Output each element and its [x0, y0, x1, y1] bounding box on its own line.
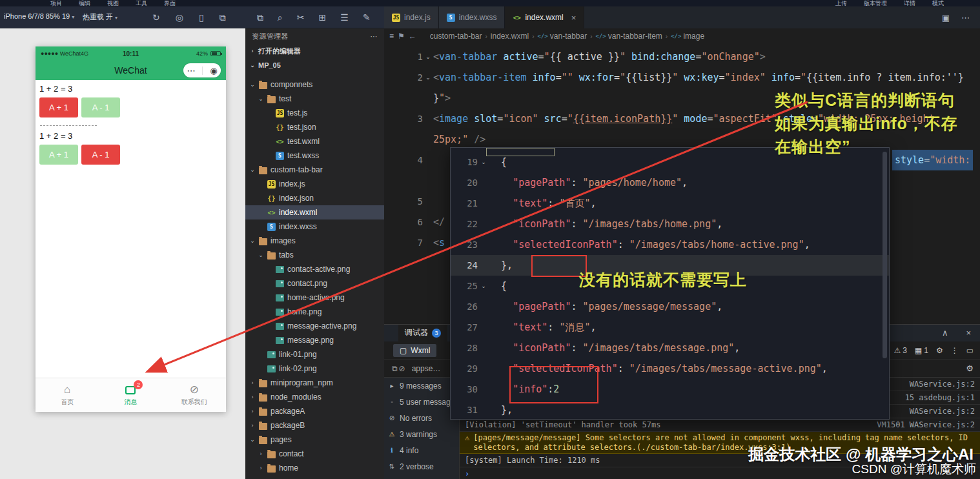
tree-item-link-02.png[interactable]: link-02.png — [245, 362, 384, 376]
tab-wxml[interactable]: ▢ Wxml — [393, 344, 436, 357]
fold-icon: ⌄ — [423, 74, 433, 81]
compile-icon[interactable]: ◎ — [176, 11, 183, 24]
clear-icon[interactable]: ⊘ — [399, 364, 405, 373]
menu-item[interactable]: 模式 — [932, 0, 944, 6]
breadcrumb-item[interactable]: index.wxml — [491, 32, 529, 41]
tree-item-message.png[interactable]: message.png — [245, 333, 384, 347]
tree-item-packageB[interactable]: ›packageB — [245, 418, 384, 433]
editor-tab-index.wxml[interactable]: <>index.wxml× — [505, 6, 584, 28]
capsule-target-icon[interactable]: ◉ — [210, 66, 217, 76]
tree-item-test.js[interactable]: JStest.js — [245, 106, 384, 120]
dock-icon[interactable]: ⧉ — [392, 364, 398, 373]
console-filter-user[interactable]: ◦5 user messages — [384, 394, 459, 410]
tree-item-test.json[interactable]: {}test.json — [245, 120, 384, 134]
menu-item[interactable]: 界面 — [164, 0, 176, 6]
tree-item-images[interactable]: ⌄images — [245, 234, 384, 248]
tree-item-home.png[interactable]: home.png — [245, 305, 384, 319]
outline-icon[interactable]: ≡ — [389, 32, 394, 41]
tree-item-index.json[interactable]: {}index.json — [245, 191, 384, 205]
refresh-icon[interactable]: ↻ — [152, 11, 160, 24]
tree-item-home-active.png[interactable]: home-active.png — [245, 290, 384, 305]
capsule-menu[interactable]: ⋯◉ — [183, 63, 221, 77]
grid-icon[interactable]: ⊞ — [319, 11, 327, 24]
gear-icon[interactable]: ⚙ — [966, 363, 974, 373]
tabbar-item-message[interactable]: 2消息 — [99, 378, 162, 412]
tree-item-pages[interactable]: ⌄pages — [245, 433, 384, 447]
mini-button[interactable]: A - 1 — [81, 145, 120, 165]
cut-icon[interactable]: ✂ — [297, 11, 305, 24]
open-editors-section[interactable]: ›打开的编辑器 — [245, 44, 384, 58]
tree-item-contact[interactable]: ›contact — [245, 447, 384, 461]
tabbar-item-home[interactable]: ⌂首页 — [36, 378, 99, 412]
hot-reload-toggle[interactable]: 热重载 开▾ — [83, 12, 117, 22]
breadcrumb-item[interactable]: </>van-tabbar — [538, 32, 587, 41]
breadcrumb-item[interactable]: </>image — [671, 32, 704, 41]
console-filter-warn[interactable]: ⚠3 warnings — [384, 426, 459, 442]
phone-icon[interactable]: ▯ — [199, 11, 204, 24]
list-icon[interactable]: ☰ — [340, 11, 349, 24]
source-link[interactable]: WAService.js:2 — [902, 380, 975, 389]
breadcrumb-item[interactable]: </>van-tabbar-item — [596, 32, 662, 41]
close-tab-icon[interactable]: × — [571, 13, 577, 23]
bookmark-icon[interactable]: ⚑ — [398, 32, 405, 41]
tree-item-contact.png[interactable]: contact.png — [245, 276, 384, 290]
source-link[interactable]: 15 asdebug.js:1 — [897, 393, 975, 402]
tree-item-contact-active.png[interactable]: contact-active.png — [245, 262, 384, 276]
breadcrumb-item[interactable]: custom-tab-bar — [430, 32, 482, 41]
files-icon[interactable]: ⧉ — [257, 11, 263, 24]
mini-button[interactable]: A + 1 — [39, 97, 78, 117]
menu-item[interactable]: 版本管理 — [864, 0, 887, 6]
more-icon[interactable]: ⋯ — [187, 66, 195, 76]
mini-button[interactable]: A - 1 — [81, 97, 120, 117]
tree-item-home[interactable]: ›home — [245, 461, 384, 475]
tree-item-packageA[interactable]: ›packageA — [245, 404, 384, 418]
tree-item-test.wxss[interactable]: Stest.wxss — [245, 148, 384, 163]
gear-icon[interactable]: ⚙ — [936, 346, 943, 355]
brush-icon[interactable]: ✎ — [363, 11, 371, 24]
kebab-icon[interactable]: ⋮ — [951, 346, 959, 355]
more-icon[interactable]: ⋯ — [961, 13, 970, 23]
tabbar-item-contact[interactable]: ⊘联系我们 — [163, 378, 226, 412]
panel-icon[interactable]: ▣ — [942, 13, 950, 23]
tree-item-message-active.png[interactable]: message-active.png — [245, 319, 384, 333]
context-dropdown[interactable]: appservice — [412, 364, 442, 373]
source-link[interactable]: WAService.js:2 — [902, 407, 975, 416]
mini-button[interactable]: A + 1 — [39, 145, 78, 165]
tree-item-test.wxml[interactable]: <>test.wxml — [245, 134, 384, 148]
source-link[interactable]: VM1501 WAService.js:2 — [869, 420, 975, 429]
collapse-panel-icon[interactable]: ∧ — [942, 328, 948, 338]
project-section[interactable]: ⌄MP_05 — [245, 58, 384, 72]
tree-item-miniprogram_npm[interactable]: ›miniprogram_npm — [245, 376, 384, 390]
console-filter-verbose[interactable]: ⇅2 verbose — [384, 458, 459, 474]
menu-item[interactable]: 项目 — [50, 0, 62, 6]
scrollbar[interactable] — [883, 152, 887, 358]
tree-item-custom-tab-bar[interactable]: ⌄custom-tab-bar — [245, 163, 384, 177]
tree-item-tabs[interactable]: ⌄tabs — [245, 248, 384, 262]
more-actions-icon[interactable]: ⋯ — [371, 32, 378, 41]
tree-item-index.wxss[interactable]: Sindex.wxss — [245, 219, 384, 234]
editor-tab-index.wxss[interactable]: Sindex.wxss — [439, 6, 505, 28]
tree-item-test[interactable]: ⌄test — [245, 92, 384, 106]
console-filter-chevron[interactable]: ▸9 messages — [384, 378, 459, 394]
menu-item[interactable]: 编辑 — [79, 0, 90, 6]
monitor-icon[interactable]: ▭ — [966, 346, 974, 355]
menu-item[interactable]: 详情 — [904, 0, 915, 6]
console-filter-info[interactable]: ℹ4 info — [384, 442, 459, 458]
editor-tab-index.js[interactable]: JSindex.js — [384, 6, 439, 28]
tree-item-index.js[interactable]: JSindex.js — [245, 177, 384, 191]
tree-item-node_modules[interactable]: ›node_modules — [245, 390, 384, 404]
console-filter-block[interactable]: ⊘No errors — [384, 410, 459, 426]
tree-item-index.wxml[interactable]: <>index.wxml — [245, 205, 384, 219]
file-name: test.js — [287, 108, 307, 117]
close-panel-icon[interactable]: × — [966, 328, 971, 338]
tree-item-componnets[interactable]: ⌄componnets — [245, 77, 384, 92]
menu-item[interactable]: 视图 — [107, 0, 119, 6]
tab-debugger[interactable]: 调试器 3 — [398, 325, 447, 341]
menu-item[interactable]: 工具 — [136, 0, 147, 6]
tree-item-link-01.png[interactable]: link-01.png — [245, 347, 384, 362]
cast-icon[interactable]: ⧉ — [219, 11, 226, 24]
search-icon[interactable]: ⌕ — [278, 11, 283, 24]
device-selector[interactable]: iPhone 6/7/8 85% 19▾ — [4, 12, 74, 20]
menu-item[interactable]: 上传 — [835, 0, 847, 6]
back-icon[interactable]: ← — [409, 32, 416, 41]
